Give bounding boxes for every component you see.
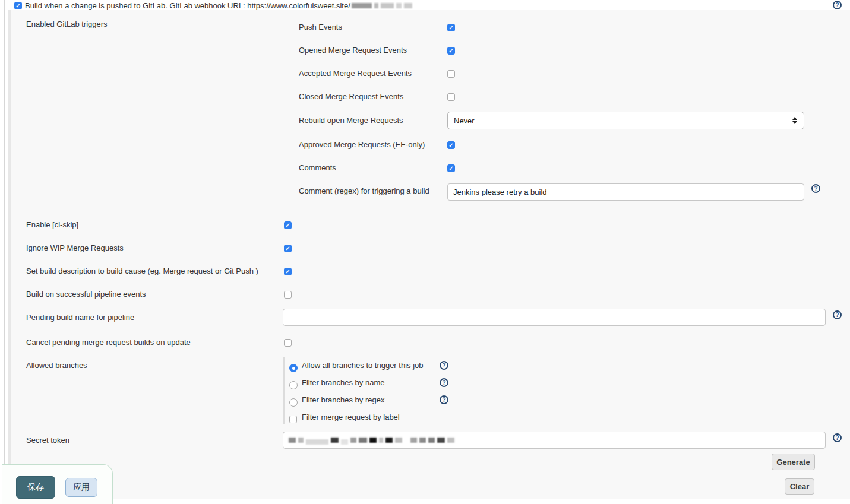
header-row: Build when a change is pushed to GitLab.… <box>25 1 412 10</box>
allow-all-branches-label: Allow all branches to trigger this job <box>302 361 424 370</box>
push-events-label: Push Events <box>299 23 342 32</box>
cancel-pending-label: Cancel pending merge request builds on u… <box>26 338 191 347</box>
pending-build-name-label: Pending build name for pipeline <box>26 313 134 322</box>
gitlab-trigger-config-page: Build when a change is pushed to GitLab.… <box>0 0 850 504</box>
help-icon[interactable] <box>833 1 842 9</box>
cancel-pending-checkbox[interactable] <box>284 339 292 347</box>
gitlab-trigger-panel <box>8 10 850 499</box>
header-title: Build when a change is pushed to GitLab.… <box>25 1 350 11</box>
help-icon[interactable] <box>833 433 842 442</box>
ci-skip-label: Enable [ci-skip] <box>26 220 78 230</box>
filter-branches-name-label: Filter branches by name <box>302 378 384 388</box>
radio-group-bar <box>283 357 285 424</box>
help-icon[interactable] <box>440 361 448 370</box>
pending-build-name-input[interactable] <box>283 309 826 326</box>
opened-mr-events-checkbox[interactable] <box>447 47 455 55</box>
filter-branches-regex-label: Filter branches by regex <box>302 395 384 405</box>
triggers-section-label: Enabled GitLab triggers <box>26 20 108 29</box>
build-description-label: Set build description to build cause (eg… <box>26 267 258 276</box>
push-events-checkbox[interactable] <box>447 24 455 31</box>
save-button[interactable]: 保存 <box>16 476 55 499</box>
comments-checkbox[interactable] <box>447 164 455 172</box>
ignore-wip-label: Ignore WIP Merge Requests <box>26 243 124 253</box>
pipeline-events-label: Build on successful pipeline events <box>26 290 146 299</box>
filter-branches-regex-radio[interactable] <box>289 398 298 407</box>
filter-branches-name-radio[interactable] <box>289 381 298 389</box>
rebuild-open-mr-select[interactable]: Never <box>447 112 804 129</box>
accepted-mr-events-label: Accepted Merge Request Events <box>299 69 412 78</box>
filter-mr-by-label-label: Filter merge request by label <box>302 413 400 422</box>
closed-mr-events-checkbox[interactable] <box>447 93 455 101</box>
allowed-branches-label: Allowed branches <box>26 361 87 370</box>
accepted-mr-events-checkbox[interactable] <box>447 70 455 78</box>
select-spinner-icon <box>792 117 797 124</box>
comment-regex-input[interactable] <box>447 183 804 201</box>
help-icon[interactable] <box>440 395 448 404</box>
ignore-wip-checkbox[interactable] <box>284 245 292 252</box>
secret-token-label: Secret token <box>26 436 69 445</box>
secret-token-input[interactable] <box>283 432 826 449</box>
rebuild-open-mr-label: Rebuild open Merge Requests <box>299 116 403 125</box>
approved-mr-checkbox[interactable] <box>447 141 455 149</box>
clear-button[interactable]: Clear <box>785 478 814 495</box>
build-description-checkbox[interactable] <box>284 268 292 275</box>
allow-all-branches-radio[interactable] <box>289 364 298 372</box>
approved-mr-label: Approved Merge Requests (EE-only) <box>299 140 425 150</box>
generate-button[interactable]: Generate <box>772 454 815 470</box>
redacted-webhook-path <box>352 3 412 8</box>
section-left-rule <box>4 0 5 504</box>
comments-label: Comments <box>299 163 336 173</box>
build-on-push-checkbox[interactable] <box>14 2 22 9</box>
closed-mr-events-label: Closed Merge Request Events <box>299 92 403 102</box>
apply-button[interactable]: 应用 <box>65 478 97 497</box>
pipeline-events-checkbox[interactable] <box>284 291 292 299</box>
help-icon[interactable] <box>833 310 842 319</box>
ci-skip-checkbox[interactable] <box>284 221 292 229</box>
help-icon[interactable] <box>811 184 820 193</box>
redacted-secret-token <box>289 436 454 445</box>
help-icon[interactable] <box>440 378 448 387</box>
opened-mr-events-label: Opened Merge Request Events <box>299 46 407 55</box>
filter-mr-by-label-checkbox[interactable] <box>289 416 297 423</box>
rebuild-open-mr-selected-value: Never <box>454 116 475 125</box>
comment-regex-label: Comment (regex) for triggering a build <box>299 186 429 196</box>
